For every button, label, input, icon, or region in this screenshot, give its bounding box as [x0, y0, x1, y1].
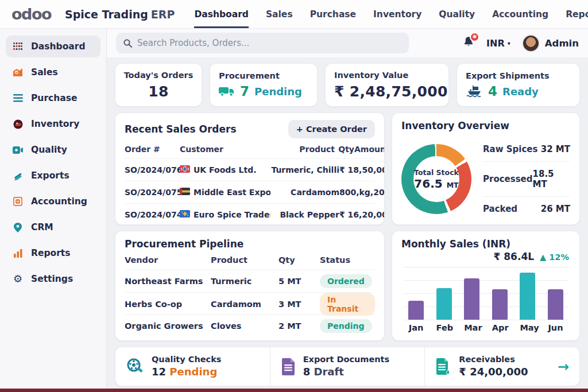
- nav-reports[interactable]: Reports: [566, 0, 588, 28]
- location-pin-icon: [12, 222, 24, 233]
- kpi-value: 18: [148, 83, 168, 100]
- footer-summary-card: Quality Checks 12 Pending Export Documen…: [115, 347, 580, 386]
- kpi-label: Ready: [502, 86, 539, 98]
- currency-selector[interactable]: INR ▾: [486, 38, 510, 49]
- nav-dashboard[interactable]: Dashboard: [194, 0, 249, 28]
- sidebar-item-purchase[interactable]: Purchase: [6, 87, 100, 109]
- ship-icon: [466, 86, 483, 98]
- nav-purchase[interactable]: Purchase: [310, 0, 356, 28]
- procurement-pipeline-panel: Procurement Pipeline Vendor Product Qty …: [115, 231, 385, 341]
- product-cell: Black Pepper: [270, 210, 339, 219]
- table-row[interactable]: Organic Growers Cloves 2 MT Pending: [125, 315, 375, 337]
- sidebar-item-inventory[interactable]: Inventory: [6, 113, 100, 135]
- top-nav-links: Dashboard Sales Purchase Inventory Quali…: [194, 0, 588, 28]
- table-row[interactable]: SO/2024/074 Euro Spice Traders Black Pep…: [125, 203, 375, 225]
- qty-cell: 2 MT: [278, 321, 320, 331]
- delta-up-icon: ▲: [540, 253, 546, 262]
- bottom-accent-bar: [0, 389, 588, 392]
- notification-badge: ✱: [470, 32, 479, 42]
- user-name: Admin: [545, 38, 579, 49]
- table-row[interactable]: Northeast Farms Turmeric 5 MT Ordered: [125, 270, 375, 292]
- nav-accounting[interactable]: Accounting: [492, 0, 548, 28]
- qty-cell: 3 MT: [278, 300, 320, 309]
- vendor-cell: Herbs Co-op: [125, 300, 211, 309]
- search-input[interactable]: [137, 38, 401, 48]
- qty-cell: 5 MT: [278, 277, 320, 286]
- col-vendor: Vendor: [125, 255, 211, 265]
- product-cell: Turmeric: [211, 277, 278, 286]
- grid-icon: [12, 41, 24, 52]
- col-amount: Amount: [354, 145, 385, 154]
- table-row[interactable]: SO/2024/075 Middle East Exports Cardamom…: [125, 181, 375, 203]
- donut-center-value: 76.5 MT: [414, 177, 458, 191]
- ledger-icon: [12, 196, 24, 207]
- document-icon: [281, 358, 296, 375]
- legend-row: Processed 18.5 MT: [483, 162, 570, 197]
- amount-cell: 800,kg,200: [339, 188, 385, 197]
- monthly-sales-amount: ₹ 86.4L: [494, 251, 535, 262]
- top-nav-bar: odoo Spice TradingERP Dashboard Sales Pu…: [0, 0, 588, 29]
- search-bar[interactable]: [116, 33, 409, 53]
- sidebar-item-accounting[interactable]: Accounting: [6, 191, 100, 212]
- status-badge: In Transit: [320, 293, 375, 316]
- receivables-section[interactable]: Receivables ₹ 24,00,000 →: [424, 347, 579, 386]
- nav-quality[interactable]: Quality: [439, 0, 475, 28]
- monthly-sales-delta: ▲ 12%: [540, 253, 569, 262]
- sidebar-item-reports[interactable]: Reports: [6, 242, 100, 264]
- nav-inventory[interactable]: Inventory: [373, 0, 421, 28]
- truck-icon: [219, 86, 235, 97]
- legend-value: 18.5 MT: [533, 169, 570, 189]
- bar-label: Jun: [548, 323, 563, 332]
- footer-value: ₹ 24,00,000: [459, 365, 528, 379]
- user-menu[interactable]: Admin: [522, 34, 579, 52]
- notification-bell-icon[interactable]: ✱: [462, 36, 475, 51]
- product-cell: Cardamom: [211, 300, 278, 309]
- sidebar-label: Settings: [31, 274, 73, 284]
- footer-title: Export Documents: [303, 354, 389, 366]
- kpi-title: Procurement: [219, 71, 308, 80]
- sidebar-item-exports[interactable]: Exports: [6, 165, 100, 187]
- quality-checks-section[interactable]: Quality Checks 12 Pending: [115, 347, 270, 386]
- gear-icon: ⚙: [12, 273, 24, 285]
- kpi-number: 7: [240, 84, 249, 99]
- inventory-donut-chart: Total Stock 76.5 MT: [401, 144, 471, 214]
- order-number: SO/2024/076: [125, 165, 180, 174]
- bar-chart-icon: [12, 247, 24, 259]
- sidebar-label: Reports: [31, 248, 70, 258]
- sidebar-item-crm[interactable]: CRM: [6, 216, 100, 238]
- bar-jun: [548, 289, 563, 320]
- vendor-cell: Organic Growers: [125, 321, 211, 331]
- camera-icon: [12, 144, 24, 156]
- invoice-icon: [435, 358, 451, 375]
- kpi-title: Export Shipments: [466, 71, 571, 80]
- kpi-title: Inventory Value: [334, 71, 440, 80]
- export-documents-section[interactable]: Export Documents 8 Draft: [270, 347, 425, 386]
- arrow-right-icon[interactable]: →: [558, 359, 569, 375]
- table-header: Vendor Product Qty Status: [125, 253, 375, 270]
- app-title: Spice TradingERP: [65, 8, 175, 21]
- customer-name: UK Foods Ltd.: [194, 165, 257, 174]
- sidebar-item-quality[interactable]: Quality: [6, 139, 100, 161]
- sidebar-item-sales[interactable]: Sales: [6, 61, 100, 83]
- app-title-text: Spice Trading: [65, 8, 148, 21]
- nav-sales[interactable]: Sales: [266, 0, 293, 28]
- table-row[interactable]: SO/2024/076 UK Foods Ltd. Turmeric, Chil…: [125, 158, 375, 181]
- bar-label: May: [520, 323, 535, 332]
- kpi-number: 4: [488, 84, 497, 99]
- create-order-button[interactable]: + Create Order: [288, 120, 375, 138]
- footer-title: Receivables: [459, 354, 528, 366]
- amount-cell: ₹ 16,20,000: [339, 210, 385, 219]
- product-cell: Cloves: [211, 321, 278, 331]
- sidebar-item-settings[interactable]: ⚙ Settings: [6, 268, 100, 290]
- sidebar-item-dashboard[interactable]: Dashboard: [6, 36, 100, 57]
- sidebar-label: Sales: [31, 67, 58, 77]
- legend-label: Raw Spices: [483, 144, 537, 154]
- donut-legend: Raw Spices 32 MT Processed 18.5 MT Packe…: [483, 137, 570, 221]
- table-row[interactable]: Herbs Co-op Cardamom 3 MT In Transit: [125, 292, 375, 315]
- chevron-down-icon: ▾: [508, 40, 510, 46]
- bar-label: Feb: [436, 323, 452, 332]
- footer-number: 12: [152, 366, 166, 378]
- kpi-inventory-value: Inventory Value ₹ 2,48,75,000: [325, 63, 449, 107]
- legend-value: 26 MT: [541, 204, 570, 214]
- avatar: [522, 34, 540, 52]
